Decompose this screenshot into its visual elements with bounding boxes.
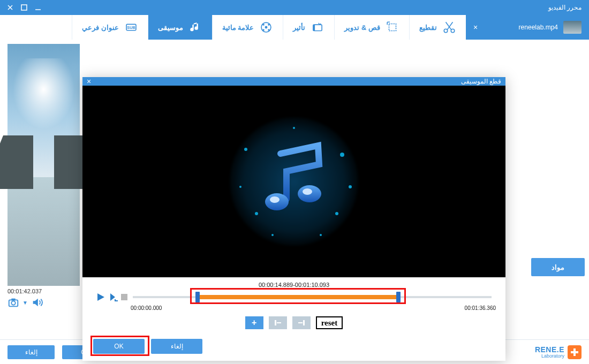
svg-rect-3 <box>389 24 396 31</box>
tab-cut-label: تقطيع <box>419 24 437 32</box>
music-note-icon <box>251 138 337 225</box>
preview-pane <box>7 44 80 286</box>
svg-rect-16 <box>11 299 15 301</box>
dialog-title: قطع الموسيقى <box>461 78 501 85</box>
time-end: 00:01:36.360 <box>465 305 496 311</box>
dialog-ok-button[interactable]: OK <box>93 339 145 354</box>
tab-subtitle-label: عنوان فرعي <box>82 24 119 32</box>
trim-handle-start[interactable] <box>195 292 200 302</box>
svg-point-28 <box>270 196 280 203</box>
tab-effect-label: تأثير <box>293 24 305 32</box>
watermark-icon <box>259 20 273 34</box>
logo-subtext: Laboratory <box>535 353 564 359</box>
play-export-icon[interactable] <box>108 292 119 302</box>
effect-icon <box>311 20 324 34</box>
ribbon: reneelab.mp4 × تقطيع قص & تدوير تأثير عل… <box>0 15 589 40</box>
svg-point-29 <box>303 188 312 195</box>
file-tab-close-icon[interactable]: × <box>473 23 478 32</box>
snapshot-dropdown-icon[interactable]: ▼ <box>22 300 28 306</box>
window-title: محرر الفيديو <box>548 4 586 11</box>
svg-text:SUB: SUB <box>127 25 135 30</box>
mark-out-button <box>292 316 311 329</box>
minimize-button[interactable] <box>31 2 45 13</box>
svg-rect-32 <box>303 320 305 325</box>
materials-panel: مواد <box>531 258 585 276</box>
tab-watermark[interactable]: علامة مائية <box>212 15 283 40</box>
main-cancel-button[interactable]: إلغاء <box>7 345 55 359</box>
svg-point-7 <box>265 26 268 29</box>
svg-rect-5 <box>313 25 315 31</box>
close-button[interactable] <box>3 2 17 13</box>
mark-in-button <box>269 316 287 329</box>
file-tab[interactable]: reneelab.mp4 × <box>466 15 589 40</box>
svg-point-24 <box>271 234 274 236</box>
tab-crop[interactable]: قص & تدوير <box>334 15 409 40</box>
svg-rect-30 <box>275 320 276 325</box>
tab-effect[interactable]: تأثير <box>283 15 334 40</box>
snapshot-icon[interactable] <box>7 297 19 308</box>
logo-icon <box>568 345 582 359</box>
crop-rotate-icon <box>386 20 399 34</box>
dialog-cancel-button[interactable]: إلغاء <box>151 339 202 354</box>
trim-music-dialog: قطع الموسيقى × <box>82 77 505 361</box>
svg-point-11 <box>268 29 270 31</box>
time-start: 00:00:00.000 <box>131 305 162 311</box>
logo-text: RENE.E <box>535 346 564 353</box>
maximize-button[interactable] <box>17 2 31 13</box>
trim-range-label: 00:00:14.889-00:01:10.093 <box>91 282 497 288</box>
materials-button[interactable]: مواد <box>531 258 585 276</box>
ribbon-tabs: تقطيع قص & تدوير تأثير علامة مائية موسيق… <box>72 15 466 40</box>
tab-crop-label: قص & تدوير <box>344 24 380 32</box>
volume-icon[interactable] <box>31 297 43 308</box>
svg-point-9 <box>268 24 270 26</box>
svg-point-17 <box>244 148 247 151</box>
stop-icon[interactable] <box>121 294 127 300</box>
tab-music[interactable]: موسيقى <box>148 15 212 40</box>
track-line[interactable] <box>133 296 492 298</box>
dialog-close-icon[interactable]: × <box>87 77 91 86</box>
svg-point-23 <box>349 185 352 188</box>
trim-handle-end[interactable] <box>396 292 401 302</box>
brand-logo: RENE.E Laboratory <box>535 345 582 359</box>
preview-timestamp: 00:01:42.037 <box>7 288 42 294</box>
music-icon <box>188 20 202 34</box>
svg-point-22 <box>239 186 241 188</box>
tab-watermark-label: علامة مائية <box>222 24 254 32</box>
reset-button[interactable]: reset <box>316 316 343 329</box>
segment-tools: + reset <box>91 316 497 329</box>
play-icon[interactable] <box>95 292 106 302</box>
trim-track[interactable] <box>91 290 497 304</box>
music-viewer <box>82 86 505 277</box>
svg-point-18 <box>340 153 344 157</box>
subtitle-icon: SUB <box>124 20 138 34</box>
tab-cut[interactable]: تقطيع <box>409 15 466 40</box>
svg-point-21 <box>293 127 295 129</box>
svg-point-10 <box>263 29 265 31</box>
dialog-titlebar: قطع الموسيقى × <box>82 77 505 86</box>
svg-rect-0 <box>21 5 27 10</box>
file-name: reneelab.mp4 <box>519 24 558 31</box>
svg-point-25 <box>320 234 322 236</box>
add-segment-button[interactable]: + <box>245 316 263 329</box>
tab-music-label: موسيقى <box>158 24 183 32</box>
tab-subtitle[interactable]: SUB عنوان فرعي <box>72 15 148 40</box>
svg-rect-33 <box>298 322 303 323</box>
scissors-icon <box>442 20 456 34</box>
main-area: مواد 00:01:42.037 ▼ قطع الموسيقى × <box>0 40 589 339</box>
titlebar: محرر الفيديو <box>0 0 589 15</box>
svg-point-15 <box>11 301 15 305</box>
svg-rect-31 <box>277 322 281 323</box>
file-thumbnail <box>563 21 582 34</box>
svg-point-8 <box>263 24 265 26</box>
